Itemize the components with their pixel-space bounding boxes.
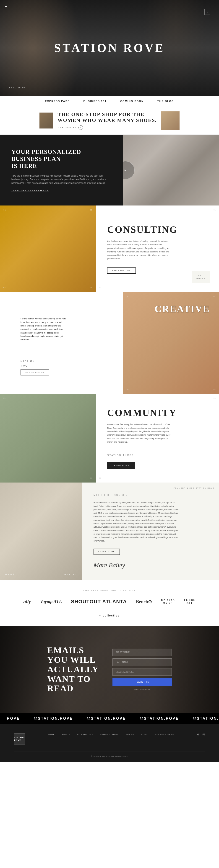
series-thumbnail (39, 113, 53, 128)
marquee-section: ROVE @STATION.ROVE @STATION.ROVE @STATIO… (0, 713, 219, 724)
footer-nav: HOME ABOUT CONSULTING COMING SOON PRESS … (48, 733, 174, 736)
consulting-station-label: TWO (196, 275, 205, 277)
footer-nav-press[interactable]: PRESS (126, 733, 134, 736)
consulting-corner-rt: 01 (214, 209, 216, 211)
footer-logo-area: STATION ROVE (14, 733, 25, 745)
creative-corner-tl: 01 (127, 296, 129, 298)
founder-section: MANÉ BAILEY FOUNDER & CEO STATION ROVE M… (0, 483, 219, 580)
nav-express-pass[interactable]: EXPRESS PASS (45, 100, 70, 102)
marquee-rove: ROVE (0, 716, 27, 721)
footer-nav-coming-soon[interactable]: COMING SOON (100, 733, 119, 736)
client-logo-collective: ○ collective (99, 614, 119, 617)
series-banner: THE ONE-STOP SHOP FOR THEWOMEN WHO WEAR … (0, 107, 219, 135)
bp-title: YOUR PERSONALIZED BUSINESS PLANIS HERE (11, 148, 112, 170)
creative-corner-tr: 01 (214, 296, 216, 298)
hero-number: 1 (204, 9, 210, 15)
consulting-section: 01 01 01 01 CONSULTING For the business … (0, 206, 219, 292)
client-logo-ally: ally (23, 599, 31, 604)
footer: STATION ROVE HOME ABOUT CONSULTING COMIN… (0, 724, 219, 762)
footer-logo-text: STATION ROVE (14, 736, 25, 742)
clients-section: YOU HAVE SEEN OUR CLIENTS IN ally Voyage… (0, 580, 219, 626)
consulting-image (0, 206, 96, 292)
marquee-station-4: @STATION.ROVE (186, 716, 219, 721)
creative-station-label: STATION (21, 360, 103, 362)
footer-nav-consulting[interactable]: CONSULTING (77, 733, 93, 736)
consulting-description: For the business owner that is tired of … (107, 240, 171, 260)
email-submit-btn[interactable]: I WANT IN (112, 678, 172, 686)
creative-corner-bl: 01 (127, 388, 129, 390)
consulting-corner-lb: 01 (99, 287, 101, 289)
founder-image (0, 483, 82, 580)
community-corner-tr: 01 (214, 397, 216, 399)
series-text: THE ONE-STOP SHOP FOR THEWOMEN WHO WEAR … (58, 112, 157, 123)
consulting-corner-bl: 01 (3, 287, 6, 289)
footer-social: IG FB (197, 733, 205, 736)
series-label-text: THE SERIES (58, 126, 77, 129)
email-form: I WANT IN I don't want to read (112, 649, 172, 690)
nav-business-101[interactable]: BUSINESS 101 (83, 100, 107, 102)
client-logo-bench: Bench⊙ (136, 599, 152, 604)
consulting-title: CONSULTING (107, 224, 208, 235)
marquee-station-2: @STATION.ROVE (80, 716, 133, 721)
founder-tag: MEET THE FOUNDER (93, 494, 208, 496)
bp-description: Take the 5-minute Business Progress Asse… (11, 174, 112, 185)
hero-title: STATION ROVE (54, 41, 165, 55)
creative-description: For the woman who has been wearing all t… (11, 306, 75, 353)
consulting-corner-br: 01 (90, 287, 92, 289)
community-corner-br: 01 (90, 477, 92, 479)
marquee-station-3: @STATION.ROVE (133, 716, 186, 721)
founder-bio: Born and raised in Armenia by a single m… (93, 501, 180, 543)
bp-image (123, 135, 219, 206)
footer-nav-about[interactable]: ABOUT (62, 733, 71, 736)
creative-corner-br: 01 (214, 388, 216, 390)
community-corner-bl: 01 (99, 477, 101, 479)
founder-btn[interactable]: LEARN MORE (93, 549, 120, 555)
creative-section: For the woman who has been wearing all t… (0, 292, 219, 394)
community-station-label: STATION THREE (107, 454, 208, 457)
footer-logo-box: STATION ROVE (14, 733, 25, 745)
business-plan-section: YOUR PERSONALIZED BUSINESS PLANIS HERE T… (0, 135, 219, 206)
community-learn-more-btn[interactable]: LEARN MORE (107, 462, 135, 469)
founder-name-right: BAILEY (64, 573, 78, 576)
founder-name-left: MANÉ (5, 573, 15, 576)
footer-social-fb[interactable]: FB (202, 733, 205, 736)
footer-nav-home[interactable]: HOME (48, 733, 55, 736)
consulting-corner-tr: 01 (90, 209, 92, 211)
nav-coming-soon[interactable]: COMING SOON (120, 100, 144, 102)
client-logo-shoutout: SHOUTOUT ATLANTA (71, 599, 127, 604)
community-section: 01 01 COMMUNITY Business can feel lonely… (0, 394, 219, 483)
footer-social-ig[interactable]: IG (197, 733, 199, 736)
consulting-hours-label: HOURS (196, 278, 205, 280)
footer-nav-express-pass[interactable]: EXPRESS PASS (155, 733, 174, 736)
series-thumbnail-2 (161, 112, 180, 130)
community-description: Business can feel lonely, but it doesn't… (107, 423, 171, 444)
footer-nav-blog[interactable]: BLOG (141, 733, 148, 736)
hero-estd: ESTD 20 19 (9, 86, 25, 89)
nav-the-blog[interactable]: THE BLOG (157, 100, 174, 102)
marquee-station-1: @STATION.ROVE (27, 716, 80, 721)
creative-services-btn[interactable]: SEE SERVICES (21, 369, 49, 375)
bp-assessment-link[interactable]: TAKE THE ASSESSMENT (11, 190, 112, 192)
email-disclaimer: I don't want to read (112, 688, 172, 690)
menu-icon[interactable]: ≡ (5, 5, 7, 10)
creative-title: CREATIVE (155, 304, 210, 314)
founder-signature: Mare Bailey (93, 562, 208, 569)
community-corner-tl: 01 (3, 397, 5, 399)
email-headline: EMAILSYOU WILLACTUALLYWANT TOREAD (47, 646, 99, 693)
consulting-corner-tl: 01 (3, 209, 6, 211)
community-title: COMMUNITY (107, 407, 208, 418)
email-section: EMAILSYOU WILLACTUALLYWANT TOREAD I WANT… (0, 626, 219, 713)
community-image (0, 394, 96, 483)
email-first-name-input[interactable] (112, 649, 172, 656)
hero: ≡ STATION ROVE ESTD 20 19 1 (0, 0, 219, 96)
main-nav: EXPRESS PASS BUSINESS 101 COMING SOON TH… (0, 96, 219, 107)
series-play-icon[interactable]: › (79, 125, 83, 130)
creative-station-two: TWO (21, 365, 103, 367)
client-logo-fence: FENCEBLL (184, 598, 196, 605)
email-address-input[interactable] (112, 668, 172, 676)
client-logo-voyage: VoyageATL (40, 599, 62, 604)
founder-title-right: FOUNDER & CEO STATION ROVE (173, 487, 214, 489)
clients-label: YOU HAVE SEEN OUR CLIENTS IN (14, 589, 205, 592)
email-last-name-input[interactable] (112, 658, 172, 666)
consulting-services-btn[interactable]: SEE SERVICES (107, 268, 136, 274)
